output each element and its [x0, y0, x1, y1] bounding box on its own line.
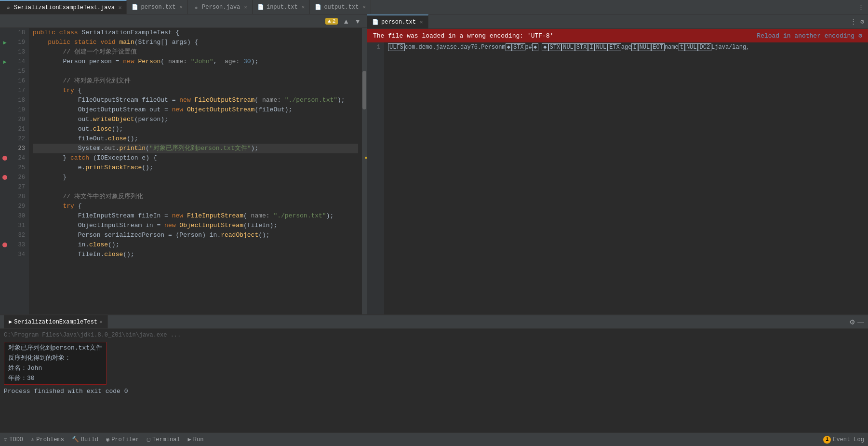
gear-icon: ⚙	[858, 32, 862, 40]
run-status-icon: ▶	[188, 436, 191, 443]
gutter-line	[0, 230, 10, 240]
bottom-tab-run[interactable]: ▶ SerializationExampleTest ✕	[4, 315, 108, 328]
bottom-tab-actions: ⚙ —	[849, 318, 864, 326]
variable: out	[78, 115, 89, 124]
bottom-minimize-button[interactable]: —	[857, 318, 864, 326]
code-line: e.printStackTrace();	[33, 163, 358, 173]
code-editor[interactable]: ▶ ▶	[0, 28, 367, 314]
build-label: Build	[81, 436, 98, 443]
gutter-line	[0, 124, 10, 134]
terminal-icon: ▢	[147, 436, 150, 443]
gutter-line	[0, 105, 10, 115]
code-content[interactable]: public class SerializationExampleTest { …	[29, 28, 362, 314]
nav-up-button[interactable]: ▲	[341, 16, 351, 26]
tab-close-button[interactable]: ✕	[179, 4, 183, 10]
right-code-content: 1 ULFScom.demo.javase.day76.Personm◆STXp…	[367, 42, 868, 314]
right-line-numbers: 1	[367, 42, 384, 314]
java-icon: ☕	[193, 4, 200, 11]
variable: in	[78, 240, 86, 250]
bottom-panel: ▶ SerializationExampleTest ✕ ⚙ — C:\Prog…	[0, 314, 868, 432]
txt-icon: 📄	[257, 4, 264, 11]
binary-highlight: NUL	[595, 43, 608, 51]
line-number: 32	[13, 230, 25, 240]
profiler-icon: ◉	[106, 436, 109, 443]
breakpoint-icon	[2, 156, 7, 161]
nav-down-button[interactable]: ▼	[352, 16, 363, 26]
error-message-text: The file was loaded in a wrong encoding:…	[373, 32, 553, 40]
breakpoint-icon	[2, 175, 7, 180]
editor-scrollbar[interactable]	[362, 28, 367, 314]
status-run[interactable]: ▶ Run	[188, 436, 204, 443]
keyword: try	[63, 86, 74, 95]
tab-close-button[interactable]: ✕	[420, 19, 423, 25]
comment: // 将文件中的对象反序列化	[63, 192, 143, 202]
code-line: public class SerializationExampleTest {	[33, 28, 358, 38]
gutter-line	[0, 76, 10, 86]
string-literal: "对象已序列化到person.txt文件"	[149, 144, 251, 153]
code-line: } catch (IOException e) {	[33, 153, 358, 163]
console-output-line-2: 反序列化得到的对象：	[8, 353, 102, 364]
keyword: new	[172, 105, 183, 115]
status-build[interactable]: 🔨 Build	[72, 436, 98, 443]
method-call: println	[119, 144, 146, 153]
right-code-text: ULFScom.demo.javase.day76.Personm◆STXp#◆…	[384, 42, 868, 314]
tab-output-txt[interactable]: 📄 output.txt ✕	[310, 0, 371, 14]
status-event-log[interactable]: 1 Event Log	[823, 436, 864, 444]
keyword: try	[63, 202, 74, 211]
right-panel-overflow-button[interactable]: ⋮	[850, 18, 856, 26]
keyword: new	[123, 57, 134, 67]
string-literal: "./person.txt"	[273, 211, 326, 221]
line-number: 29	[13, 202, 25, 211]
tab-close-button[interactable]: ✕	[119, 4, 122, 11]
status-todo[interactable]: ☑ TODO	[4, 436, 23, 443]
param: args	[172, 38, 187, 47]
bottom-settings-button[interactable]: ⚙	[849, 318, 855, 326]
tab-serialization-java[interactable]: ☕ SerializationExampleTest.java ✕	[0, 0, 127, 14]
right-tab-person-txt[interactable]: 📄 person.txt ✕	[367, 14, 428, 28]
variable: in	[210, 230, 217, 240]
right-panel-settings-button[interactable]: ⚙	[860, 18, 864, 26]
warning-badge[interactable]: ▲ 2	[325, 18, 338, 25]
binary-highlight: ETX	[608, 43, 621, 51]
gutter-line	[0, 192, 10, 202]
tab-person-txt[interactable]: 📄 person.txt ✕	[127, 0, 188, 14]
left-editor-panel: ▲ 2 ▲ ▼ ▶ ▶	[0, 14, 367, 314]
binary-highlight: NUL	[685, 43, 698, 51]
line-number-active: 23	[13, 144, 25, 153]
txt-icon: 📄	[132, 4, 138, 11]
scroll-thumb[interactable]	[362, 71, 366, 109]
tab-close-button[interactable]: ✕	[302, 4, 305, 10]
reload-encoding-button[interactable]: Reload in another encoding ⚙	[757, 32, 862, 40]
keyword: public	[48, 38, 70, 47]
console-output-line-4: 年龄：30	[8, 374, 102, 384]
tab-input-txt[interactable]: 📄 input.txt ✕	[253, 0, 310, 14]
code-line: // 创建一个对象并设置值	[33, 47, 358, 57]
bottom-tab-close[interactable]: ✕	[99, 319, 103, 325]
code-line: // 将文件中的对象反序列化	[33, 192, 358, 202]
variable: e	[78, 163, 82, 173]
status-problems[interactable]: ⚠ Problems	[31, 436, 64, 443]
line-number: 33	[13, 240, 25, 250]
type: Person	[78, 230, 101, 240]
line-number: 22	[13, 134, 25, 144]
binary-highlight: EOT	[651, 43, 665, 51]
profiler-label: Profiler	[111, 436, 139, 443]
type: FileOutputStream	[78, 95, 138, 105]
build-icon: 🔨	[72, 436, 79, 443]
error-banner-message: The file was loaded in a wrong encoding:…	[373, 32, 553, 40]
tab-close-button[interactable]: ✕	[362, 4, 366, 10]
tab-close-button[interactable]: ✕	[244, 4, 247, 10]
gutter-line-run	[0, 221, 10, 230]
line-number: 17	[13, 86, 25, 95]
tab-person-java[interactable]: ☕ Person.java ✕	[188, 0, 253, 14]
todo-label: TODO	[9, 436, 23, 443]
binary-highlight: STX	[548, 43, 562, 51]
variable: serializedPerson	[104, 230, 164, 240]
status-terminal[interactable]: ▢ Terminal	[147, 436, 180, 443]
todo-icon: ☑	[4, 436, 7, 443]
binary-highlight: DC2	[698, 43, 711, 51]
run-icon: ▶	[9, 318, 12, 325]
status-profiler[interactable]: ◉ Profiler	[106, 436, 139, 443]
tab-overflow-button[interactable]: ⋮	[854, 0, 868, 14]
type: Person	[179, 230, 202, 240]
